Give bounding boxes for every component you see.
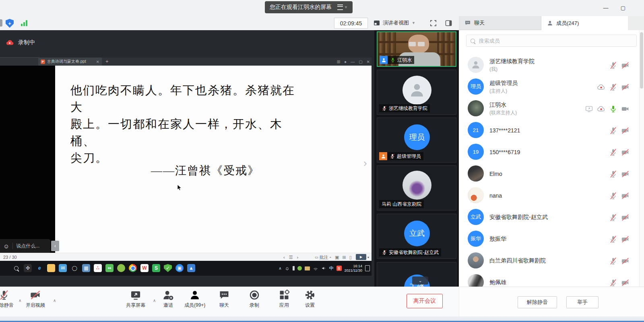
window-restore-icon[interactable]: ▢ <box>359 60 362 64</box>
collapse-video-list-button[interactable]: ⌄ <box>412 277 428 285</box>
slide-sorter-icon[interactable]: ⊞ <box>342 255 346 260</box>
ring-app-taskbar-icon[interactable]: ◯ <box>70 264 78 272</box>
unmute-all-button[interactable]: 解除静音 <box>518 296 557 308</box>
cam-muted-icon[interactable] <box>621 213 630 222</box>
action-center-icon[interactable] <box>365 265 370 271</box>
expand-video-panel-icon[interactable]: › <box>363 157 367 169</box>
record-dot-icon[interactable]: ● <box>344 60 347 64</box>
usb-tray-icon[interactable] <box>293 266 295 270</box>
mail-taskbar-icon[interactable]: ✉ <box>59 264 67 272</box>
search-taskbar-icon[interactable] <box>12 264 20 272</box>
tri-circle-app-taskbar-icon[interactable]: ∴ <box>94 264 102 272</box>
mic-muted-icon[interactable] <box>609 83 617 91</box>
collapse-chatbar-button[interactable]: ‹ <box>51 241 59 251</box>
mic-muted-icon[interactable] <box>609 192 617 200</box>
pinwheel-taskbar-icon[interactable]: ✣ <box>24 264 32 272</box>
member-row[interactable]: 立武安徽省歌舞剧院-赵立武 <box>459 207 639 227</box>
cam-muted-icon[interactable] <box>621 61 630 70</box>
laptop-app-taskbar-icon[interactable]: ▦ <box>82 264 90 272</box>
annotate-button[interactable]: ▭批注+ <box>315 253 331 261</box>
settings-button[interactable]: 设置 <box>304 289 316 309</box>
mic-muted-icon[interactable] <box>609 257 617 265</box>
member-row[interactable]: 江弱水(联席主持人) <box>459 99 639 119</box>
prev-slide-icon[interactable]: ‹ <box>283 255 285 260</box>
raise-hand-button[interactable]: 举手 <box>566 296 599 308</box>
close-tab-icon[interactable]: ✕ <box>96 60 99 64</box>
tab-members[interactable]: 成员(247) <box>541 16 628 30</box>
search-input[interactable] <box>478 37 633 44</box>
cam-muted-icon[interactable] <box>621 170 630 178</box>
cam-muted-icon[interactable] <box>621 279 630 287</box>
cloud-rec-icon[interactable] <box>597 83 605 91</box>
chat-button[interactable]: 聊天 <box>219 289 230 309</box>
video-tile[interactable]: 理员超级管理员 <box>377 118 456 163</box>
members-button[interactable]: 成员(99+) <box>184 289 205 309</box>
cam-muted-icon[interactable] <box>621 257 630 265</box>
banner-menu-button[interactable]: ▼ <box>337 4 348 10</box>
screen-share-icon[interactable] <box>585 105 593 113</box>
cam-muted-icon[interactable] <box>621 126 630 135</box>
new-tab-button[interactable]: + <box>105 58 109 64</box>
member-row[interactable]: Elmo <box>459 164 639 184</box>
share-options-chevron[interactable]: ∧ <box>153 298 156 303</box>
mic-muted-icon[interactable] <box>609 126 617 135</box>
mic-muted-icon[interactable] <box>609 148 617 157</box>
ppt-document-tab[interactable]: P 古典诗词与蒙太奇.ppt ✕ <box>38 58 102 66</box>
flash-app-taskbar-icon[interactable]: S <box>152 264 160 272</box>
fullscreen-button[interactable] <box>428 18 438 28</box>
mic-muted-icon[interactable] <box>609 279 617 287</box>
window-minimize-icon[interactable]: — <box>351 60 355 64</box>
unmute-button[interactable]: 解除静音 <box>0 289 14 309</box>
cam-on-icon[interactable] <box>621 105 630 113</box>
photos-app-taskbar-icon[interactable]: ▲ <box>187 264 195 272</box>
sogou-ime-icon[interactable]: S <box>336 266 342 271</box>
bean-app-taskbar-icon[interactable] <box>117 264 125 272</box>
mic-muted-icon[interactable] <box>609 61 617 70</box>
mic-options-chevron[interactable]: ∧ <box>19 298 21 303</box>
notification-bell-icon[interactable] <box>285 266 290 271</box>
record-button[interactable]: 录制 <box>249 289 260 309</box>
view-mode-dropdown[interactable]: 演讲者视图 ▼ <box>374 18 415 28</box>
network-icon[interactable] <box>313 266 318 271</box>
member-row[interactable]: 振华敖振华 <box>459 229 639 249</box>
cam-muted-icon[interactable] <box>621 235 630 244</box>
window-close-icon[interactable]: ✕ <box>367 60 370 64</box>
next-slide-icon[interactable]: › <box>297 255 299 260</box>
emoji-icon[interactable]: ☺ <box>3 243 9 250</box>
apps-button[interactable]: 应用 <box>279 289 290 309</box>
invite-button[interactable]: 邀请 <box>163 289 174 309</box>
wps-taskbar-icon[interactable]: W <box>140 264 149 272</box>
mic-muted-icon[interactable] <box>609 235 617 244</box>
mic-muted-icon[interactable] <box>609 213 617 222</box>
mic-on-icon[interactable] <box>609 105 617 113</box>
reading-view-icon[interactable]: ▯ <box>349 255 352 260</box>
ie-taskbar-icon[interactable]: e <box>35 264 43 272</box>
share-screen-button[interactable]: 共享屏幕 <box>126 289 145 309</box>
video-tile[interactable]: 江弱水 <box>377 31 456 67</box>
member-row[interactable]: 理员超级管理员(主持人) <box>459 77 639 97</box>
member-row[interactable]: 鲍佩雄 <box>459 272 639 287</box>
member-row[interactable]: 白兰弟四川省歌舞剧院 <box>459 251 639 271</box>
folder-taskbar-icon[interactable] <box>47 264 55 272</box>
normal-view-icon[interactable]: ▣ <box>335 255 339 260</box>
ime-indicator[interactable]: 中 <box>329 265 334 271</box>
folder-tray-icon[interactable] <box>305 266 310 270</box>
member-search-box[interactable] <box>466 35 637 47</box>
video-tile[interactable]: 立武安徽省歌舞剧院-赵立武 <box>377 214 456 259</box>
scrollbar-thumb[interactable] <box>640 32 643 89</box>
cam-muted-icon[interactable] <box>621 192 630 200</box>
meeting-app-taskbar-icon[interactable]: ▣ <box>175 264 184 272</box>
member-row[interactable]: 21137****2121 <box>459 120 639 140</box>
shield-app-taskbar-icon[interactable]: ✓ <box>164 264 172 272</box>
maximize-button[interactable]: ▢ <box>617 3 629 12</box>
member-row[interactable]: 浙艺继续教育学院(我) <box>459 55 639 75</box>
video-tile[interactable]: 浙艺继续教育学院 <box>377 70 456 115</box>
start-video-button[interactable]: 开启视频 <box>26 289 45 309</box>
video-options-chevron[interactable]: ∧ <box>53 298 56 303</box>
taskbar-clock[interactable]: 16:142021/11/30 <box>345 264 362 273</box>
cloud-rec-icon[interactable] <box>597 105 605 113</box>
slideshow-play-button[interactable]: ▶ <box>356 254 366 260</box>
video-tile[interactable]: 马莉 山西省京剧院 <box>377 165 456 211</box>
wechat-taskbar-icon[interactable]: •• <box>105 264 114 272</box>
slide-menu-icon[interactable]: ☰ <box>289 255 293 260</box>
